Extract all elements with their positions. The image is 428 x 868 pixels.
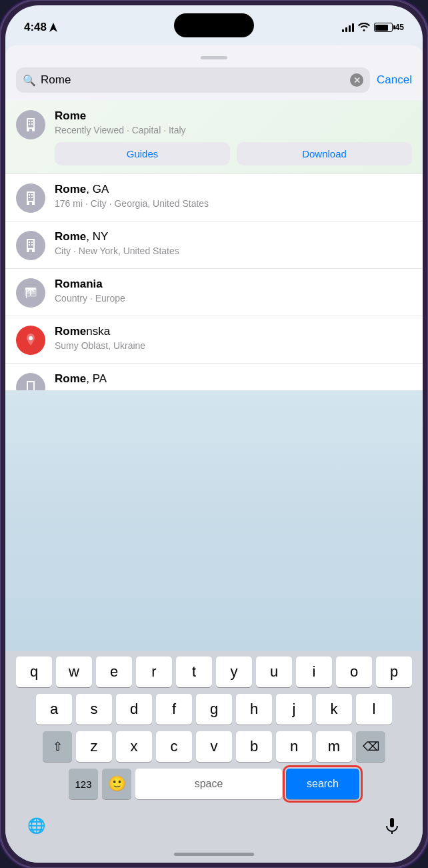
search-area: 🔍 Rome ✕ Cancel [5,45,423,390]
key-u[interactable]: u [256,657,292,687]
key-i[interactable]: i [296,657,332,687]
emoji-key[interactable]: 🙂 [102,769,131,799]
results-list: Rome Recently Viewed · Capital · Italy G… [5,101,423,390]
key-z[interactable]: z [76,731,112,762]
space-key[interactable]: space [135,769,282,799]
result-bold-romenska: Rome [55,325,86,338]
result-bold-romania: Romania [55,278,103,290]
signal-bar-3 [349,25,351,32]
search-input-wrapper[interactable]: 🔍 Rome ✕ [16,67,370,93]
svg-rect-3 [31,123,33,125]
key-b[interactable]: b [236,731,272,762]
svg-rect-2 [29,123,30,125]
key-q[interactable]: q [16,657,52,687]
wifi-icon [358,22,370,33]
result-subtitle-romania: Country · Europe [55,293,412,304]
result-item-rome-pa[interactable]: Rome, PA [5,364,423,390]
delete-key[interactable]: ⌫ [356,731,385,762]
result-title-rome-ga: Rome, GA [55,182,412,197]
result-icon-rome-italy [16,110,45,139]
search-key[interactable]: search [286,769,359,799]
result-icon-rome-ga [16,183,45,213]
key-f[interactable]: f [156,694,192,725]
svg-rect-6 [29,197,30,198]
status-time: 4:48 [24,21,57,34]
signal-bar-4 [352,23,354,32]
search-input[interactable]: Rome [41,73,345,87]
key-k[interactable]: k [316,694,352,725]
globe-key[interactable]: 🌐 [21,811,51,841]
result-subtitle-rome-ny: City · New York, United States [55,246,412,256]
key-r[interactable]: r [136,657,172,687]
key-e[interactable]: e [96,657,132,687]
result-icon-rome-pa [16,373,45,390]
time-display: 4:48 [24,21,47,34]
key-t[interactable]: t [176,657,212,687]
key-p[interactable]: p [376,657,412,687]
search-clear-button[interactable]: ✕ [350,73,363,87]
key-h[interactable]: h [236,694,272,725]
drag-handle [201,56,227,59]
download-button[interactable]: Download [237,142,412,165]
microphone-key[interactable] [377,811,407,841]
result-content-rome-ny: Rome, NY City · New York, United States [55,230,412,256]
action-buttons: Guides Download [55,142,412,165]
keyboard-row-4: 123 🙂 space search [8,769,420,799]
result-title-rome-pa: Rome, PA [55,372,412,386]
key-a[interactable]: a [36,694,72,725]
key-v[interactable]: v [196,731,232,762]
svg-rect-4 [29,194,30,195]
result-title-bold: Rome [55,109,86,122]
battery-body [374,23,393,32]
key-y[interactable]: y [216,657,252,687]
result-item-rome-ny[interactable]: Rome, NY City · New York, United States [5,222,423,269]
svg-rect-15 [390,818,394,827]
result-content-romania: Romania Country · Europe [55,277,412,304]
shift-key[interactable]: ⇧ [43,731,72,762]
battery-fill [375,25,387,31]
result-subtitle-rome-italy: Recently Viewed · Capital · Italy [55,125,412,135]
result-item-romania[interactable]: Romania Country · Europe [5,269,423,316]
key-l[interactable]: l [356,694,392,725]
wifi-svg [358,22,370,31]
key-o[interactable]: o [336,657,372,687]
key-w[interactable]: w [56,657,92,687]
result-bold-rome-ny: Rome [55,230,86,243]
key-x[interactable]: x [116,731,152,762]
guides-button[interactable]: Guides [55,142,230,165]
key-d[interactable]: d [116,694,152,725]
keyboard-row-3: ⇧ z x c v b n m ⌫ [8,731,420,762]
pin-icon [23,332,39,348]
signal-bar-1 [342,29,344,32]
building-icon-3 [23,238,39,254]
result-icon-romenska [16,326,45,355]
key-n[interactable]: n [276,731,312,762]
result-content-rome-ga: Rome, GA 176 mi · City · Georgia, United… [55,182,412,209]
key-g[interactable]: g [196,694,232,725]
result-bold-rome-pa: Rome [55,372,86,385]
key-j[interactable]: j [276,694,312,725]
svg-rect-9 [31,242,33,243]
keyboard: q w e r t y u i o p a s d f g h j k [5,651,423,863]
key-c[interactable]: c [156,731,192,762]
result-title-rome-italy: Rome [55,109,412,123]
cancel-button[interactable]: Cancel [377,73,412,87]
svg-rect-5 [31,194,33,195]
numbers-key[interactable]: 123 [69,769,98,799]
building-icon-2 [23,190,39,206]
result-item-romenska[interactable]: Romenska Sumy Oblast, Ukraine [5,316,423,364]
result-item-rome-italy[interactable]: Rome Recently Viewed · Capital · Italy G… [5,101,423,174]
signal-bars-icon [342,23,354,32]
building-icon-4 [23,380,39,390]
svg-rect-0 [29,121,30,122]
screen: 4:48 [5,5,423,863]
key-s[interactable]: s [76,694,112,725]
svg-rect-7 [31,197,33,198]
result-subtitle-rome-ga: 176 mi · City · Georgia, United States [55,198,412,209]
result-icon-rome-ny [16,231,45,260]
key-m[interactable]: m [316,731,352,762]
result-bold-rome-ga: Rome [55,183,86,195]
result-item-rome-ga[interactable]: Rome, GA 176 mi · City · Georgia, United… [5,174,423,222]
result-content-romenska: Romenska Sumy Oblast, Ukraine [55,324,412,351]
svg-point-14 [29,337,33,340]
